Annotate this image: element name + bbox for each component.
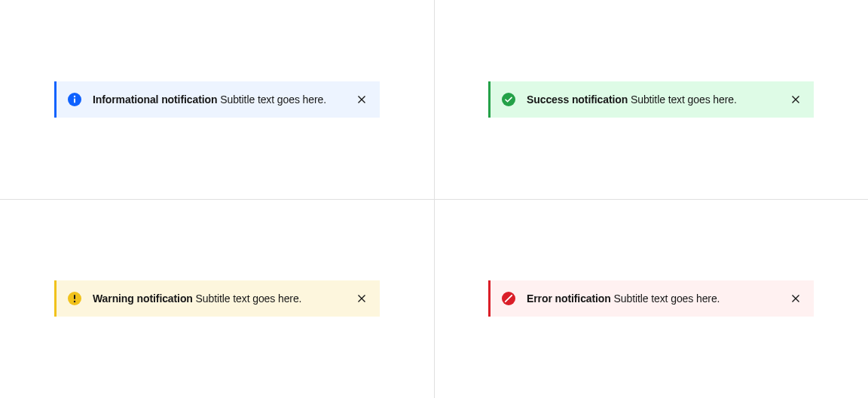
notification-subtitle: Subtitle text goes here.: [631, 93, 737, 106]
close-icon: [790, 292, 802, 305]
close-icon: [356, 292, 368, 305]
notification-title: Informational notification: [93, 93, 217, 106]
close-icon: [356, 93, 368, 106]
notification-title: Warning notification: [93, 292, 193, 305]
notification-error: Error notification Subtitle text goes he…: [488, 280, 814, 317]
notification-subtitle: Subtitle text goes here.: [614, 292, 720, 305]
warning-filled-icon: [67, 291, 82, 306]
svg-rect-5: [74, 295, 75, 299]
notification-text: Warning notification Subtitle text goes …: [93, 292, 347, 305]
svg-point-6: [74, 301, 75, 302]
checkmark-filled-icon: [501, 92, 516, 107]
notification-title: Error notification: [527, 292, 611, 305]
error-filled-icon: [501, 291, 516, 306]
notification-warning: Warning notification Subtitle text goes …: [54, 280, 380, 317]
notification-text: Informational notification Subtitle text…: [93, 93, 347, 106]
svg-point-2: [74, 96, 75, 97]
quadrant-error: Error notification Subtitle text goes he…: [434, 199, 868, 398]
notification-subtitle: Subtitle text goes here.: [220, 93, 326, 106]
notification-text: Success notification Subtitle text goes …: [527, 93, 781, 106]
notification-info: Informational notification Subtitle text…: [54, 81, 380, 118]
svg-point-3: [502, 93, 515, 106]
close-icon: [790, 93, 802, 106]
info-filled-icon: [67, 92, 82, 107]
quadrant-warning: Warning notification Subtitle text goes …: [0, 199, 434, 398]
close-button[interactable]: [354, 92, 369, 107]
close-button[interactable]: [788, 92, 803, 107]
notification-text: Error notification Subtitle text goes he…: [527, 292, 781, 305]
notification-subtitle: Subtitle text goes here.: [196, 292, 302, 305]
svg-rect-1: [74, 99, 75, 103]
close-button[interactable]: [788, 291, 803, 306]
quadrant-success: Success notification Subtitle text goes …: [434, 0, 868, 199]
notification-title: Success notification: [527, 93, 628, 106]
quadrant-info: Informational notification Subtitle text…: [0, 0, 434, 199]
notification-success: Success notification Subtitle text goes …: [488, 81, 814, 118]
close-button[interactable]: [354, 291, 369, 306]
